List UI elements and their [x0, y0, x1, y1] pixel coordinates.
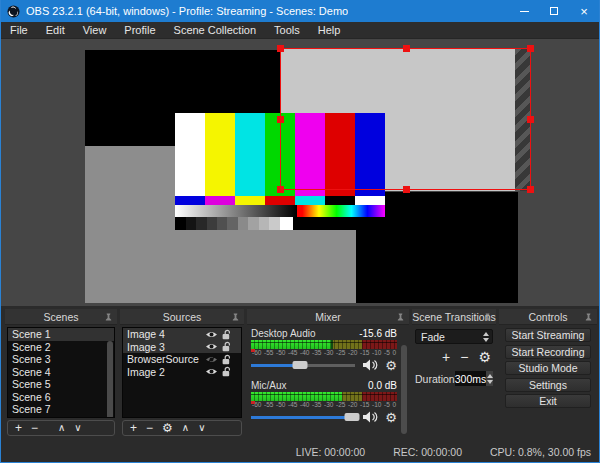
scene-list-item[interactable]: Scene 2	[8, 341, 114, 354]
pin-icon[interactable]	[231, 312, 240, 322]
source-selection-outline[interactable]	[280, 48, 531, 190]
menu-item[interactable]: Scene Collection	[165, 22, 266, 39]
visibility-eye-icon[interactable]	[205, 330, 218, 339]
resize-handle-bottom-left[interactable]	[277, 186, 284, 193]
transition-select[interactable]: Fade	[415, 329, 493, 344]
source-list-item[interactable]: Image 4	[123, 328, 241, 341]
lock-icon[interactable]	[222, 341, 231, 352]
move-source-down-button[interactable]: ∨	[198, 423, 205, 433]
control-button[interactable]: Studio Mode	[505, 361, 591, 375]
meter-tick-label: -25	[336, 349, 345, 356]
volume-slider[interactable]	[251, 361, 355, 369]
scenes-panel-header[interactable]: Scenes	[5, 309, 117, 325]
close-icon: ×	[580, 5, 588, 18]
source-list-item[interactable]: BrowserSource	[123, 353, 241, 366]
scene-list-item[interactable]: Scene 4	[8, 366, 114, 379]
status-bar: LIVE: 00:00:00 REC: 00:00:00 CPU: 0.8%, …	[1, 441, 599, 462]
titlebar[interactable]: OBS 23.2.1 (64-bit, windows) - Profile: …	[1, 0, 599, 22]
source-list-item[interactable]: Image 3	[123, 341, 241, 354]
speaker-mute-icon[interactable]	[362, 359, 378, 371]
control-button[interactable]: Start Streaming	[505, 328, 591, 342]
color-segment	[355, 196, 385, 205]
duration-input[interactable]: 300ms	[455, 371, 487, 386]
meter-divider	[251, 342, 397, 343]
menu-item[interactable]: View	[74, 22, 116, 39]
meter-tick-label: -10	[372, 349, 381, 356]
pin-icon[interactable]	[483, 312, 492, 322]
close-button[interactable]: ×	[569, 0, 599, 22]
menu-item[interactable]: Help	[309, 22, 350, 39]
scene-list-item[interactable]: Scene 1	[8, 328, 114, 341]
scenes-scrollbar[interactable]	[107, 341, 113, 418]
mixer-panel-header[interactable]: Mixer	[247, 309, 409, 325]
remove-transition-button[interactable]: −	[460, 350, 468, 364]
control-button[interactable]: Start Recording	[505, 345, 591, 359]
source-list-item[interactable]: Image 2	[123, 366, 241, 379]
duration-spinner[interactable]	[486, 371, 493, 386]
speaker-mute-icon[interactable]	[362, 411, 378, 423]
visibility-eye-icon[interactable]	[205, 342, 218, 351]
control-button[interactable]: Settings	[505, 378, 591, 392]
controls-panel-header[interactable]: Controls	[499, 309, 597, 325]
resize-handle-middle-left[interactable]	[277, 116, 284, 123]
move-scene-down-button[interactable]: ∨	[74, 423, 81, 433]
channel-settings-gear-icon[interactable]: ⚙	[385, 411, 397, 424]
mixer-scrollbar[interactable]	[401, 345, 407, 434]
visibility-eye-icon[interactable]	[205, 355, 218, 364]
scene-list-item[interactable]: Scene 3	[8, 353, 114, 366]
volume-slider-fill	[251, 416, 352, 419]
meter-tick-label: -45	[288, 349, 297, 356]
resize-handle-top-middle[interactable]	[403, 45, 410, 52]
color-segment	[325, 196, 355, 205]
add-source-button[interactable]: +	[130, 422, 137, 434]
maximize-button[interactable]	[539, 0, 569, 22]
minimize-button[interactable]	[509, 0, 539, 22]
scene-list-item[interactable]: Scene 7	[8, 403, 114, 416]
lock-icon[interactable]	[222, 366, 231, 377]
transition-properties-gear-icon[interactable]: ⚙	[478, 350, 491, 364]
add-transition-button[interactable]: +	[442, 350, 450, 364]
scene-list-item[interactable]: Scene 5	[8, 378, 114, 391]
resize-handle-top-right[interactable]	[527, 45, 534, 52]
rainbow-gradient	[297, 205, 385, 217]
resize-handle-bottom-middle[interactable]	[403, 186, 410, 193]
scene-transitions-panel: Scene Transitions Fade + − ⚙ Durat	[412, 309, 496, 438]
menu-item[interactable]: Profile	[115, 22, 164, 39]
move-scene-up-button[interactable]: ∧	[58, 423, 65, 433]
transition-select-arrows[interactable]	[480, 332, 492, 342]
menu-item[interactable]: Tools	[265, 22, 309, 39]
volume-slider-handle[interactable]	[293, 361, 308, 369]
scene-list-item[interactable]: Scene 6	[8, 391, 114, 404]
preview-canvas[interactable]	[1, 39, 599, 306]
add-scene-button[interactable]: +	[15, 422, 22, 434]
transitions-panel-header[interactable]: Scene Transitions	[412, 309, 496, 325]
sources-panel-header[interactable]: Sources	[120, 309, 244, 325]
volume-slider[interactable]	[251, 413, 355, 421]
channel-settings-gear-icon[interactable]: ⚙	[385, 359, 397, 372]
move-source-up-button[interactable]: ∧	[182, 423, 189, 433]
lock-icon[interactable]	[222, 354, 231, 365]
remove-source-button[interactable]: −	[146, 422, 153, 434]
lock-icon[interactable]	[222, 329, 231, 340]
visibility-eye-icon[interactable]	[205, 367, 218, 376]
menu-item[interactable]: File	[1, 22, 37, 39]
channel-controls: ⚙	[251, 409, 397, 425]
resize-handle-top-left[interactable]	[277, 45, 284, 52]
menu-item[interactable]: Edit	[37, 22, 74, 39]
source-properties-gear-icon[interactable]: ⚙	[162, 422, 173, 434]
resize-handle-middle-right[interactable]	[527, 116, 534, 123]
spin-up-icon	[487, 374, 493, 378]
control-button[interactable]: Exit	[505, 394, 591, 408]
pin-icon[interactable]	[396, 312, 405, 322]
scene-list-item[interactable]: Scene 8	[8, 416, 114, 419]
meter-tick-label: -55	[264, 401, 273, 408]
pin-icon[interactable]	[584, 312, 593, 322]
scenes-list: Scene 1 Scene 2 Scene 3 Scene 4	[7, 327, 115, 418]
remove-scene-button[interactable]: −	[31, 422, 38, 434]
meter-tick-label: -55	[264, 349, 273, 356]
volume-slider-handle[interactable]	[345, 413, 360, 421]
mixer-panel: Mixer Desktop Audio -15.6 dB	[247, 309, 409, 438]
resize-handle-bottom-right[interactable]	[527, 186, 534, 193]
pin-icon[interactable]	[104, 312, 113, 322]
source-row-icons	[205, 366, 231, 377]
